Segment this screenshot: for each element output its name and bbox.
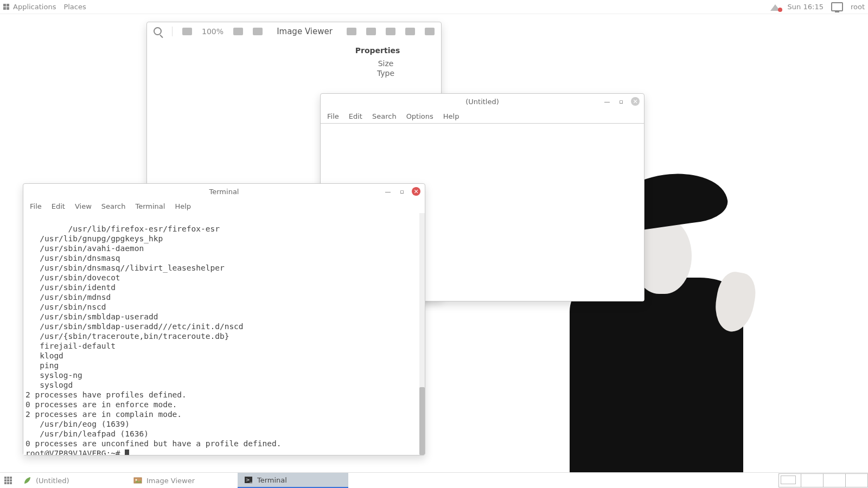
terminal-icon: >_ (244, 476, 253, 484)
taskbar: (Untitled) Image Viewer >_ Terminal (0, 472, 868, 488)
window-title: Image Viewer (272, 27, 337, 36)
user-name[interactable]: root (851, 3, 865, 11)
menu-search[interactable]: Search (372, 112, 397, 120)
top-panel: Applications Places Sun 16:15 root (0, 0, 868, 14)
workspace-switcher[interactable] (778, 473, 868, 488)
nav-prev-icon[interactable] (182, 28, 192, 35)
maximize-button[interactable]: ▫ (617, 97, 626, 106)
taskbar-item-terminal[interactable]: >_ Terminal (238, 473, 348, 488)
window-title: Terminal (23, 188, 425, 196)
close-button[interactable]: ✕ (631, 97, 640, 106)
close-button[interactable]: ✕ (412, 187, 420, 196)
display-icon[interactable] (831, 2, 843, 11)
task-label: (Untitled) (36, 477, 69, 485)
terminal-prompt: root@V7P89VJAVFRG:~# (25, 449, 125, 455)
fullscreen-icon[interactable] (405, 28, 415, 35)
zoom-icon[interactable] (154, 27, 162, 36)
properties-heading: Properties (355, 46, 400, 55)
menu-help[interactable]: Help (175, 202, 191, 210)
apps-grid-icon[interactable] (3, 4, 10, 10)
svg-point-1 (136, 479, 137, 481)
menu-edit[interactable]: Edit (349, 112, 362, 120)
terminal-output[interactable]: /usr/lib/firefox-esr/firefox-esr /usr/li… (23, 213, 425, 455)
maximize-button[interactable]: ▫ (398, 187, 406, 196)
taskbar-item-image-viewer[interactable]: Image Viewer (127, 473, 238, 488)
minimize-button[interactable]: — (603, 97, 611, 106)
menu-places[interactable]: Places (63, 3, 86, 11)
zoom-level: 100% (202, 27, 224, 36)
minimize-button[interactable]: — (384, 187, 392, 196)
leafpad-icon (23, 476, 31, 485)
menu-edit[interactable]: Edit (52, 202, 65, 210)
menu-applications[interactable]: Applications (13, 3, 56, 11)
clock[interactable]: Sun 16:15 (788, 3, 824, 11)
rotate-right-icon[interactable] (366, 28, 376, 35)
fit-icon[interactable] (253, 28, 263, 35)
menu-file[interactable]: File (30, 202, 42, 210)
property-type-label: Type (337, 69, 435, 78)
taskbar-item-untitled[interactable]: (Untitled) (16, 473, 127, 488)
svg-text:>_: >_ (246, 477, 253, 483)
scrollbar-thumb[interactable] (419, 387, 425, 455)
menu-icon[interactable] (425, 28, 435, 35)
menubar: File Edit View Search Terminal Help (23, 199, 425, 213)
rotate-left-icon[interactable] (347, 28, 356, 35)
window-terminal: Terminal — ▫ ✕ File Edit View Search Ter… (23, 183, 425, 455)
task-label: Terminal (257, 476, 287, 484)
menubar: File Edit Search Options Help (321, 109, 644, 123)
menu-help[interactable]: Help (443, 112, 459, 120)
menu-options[interactable]: Options (406, 112, 433, 120)
nav-next-icon[interactable] (233, 28, 243, 35)
menu-terminal[interactable]: Terminal (135, 202, 165, 210)
menu-search[interactable]: Search (101, 202, 126, 210)
show-desktop-button[interactable] (0, 473, 16, 488)
image-viewer-icon (133, 476, 142, 485)
task-label: Image Viewer (146, 477, 195, 485)
gallery-icon[interactable] (386, 28, 395, 35)
menu-file[interactable]: File (327, 112, 339, 120)
network-icon[interactable] (770, 3, 780, 11)
terminal-cursor (125, 450, 129, 455)
menu-view[interactable]: View (75, 202, 92, 210)
window-title: (Untitled) (321, 98, 644, 106)
image-viewer-toolbar: 100% Image Viewer (147, 22, 441, 41)
scrollbar[interactable] (419, 213, 425, 455)
property-size-label: Size (337, 59, 435, 68)
